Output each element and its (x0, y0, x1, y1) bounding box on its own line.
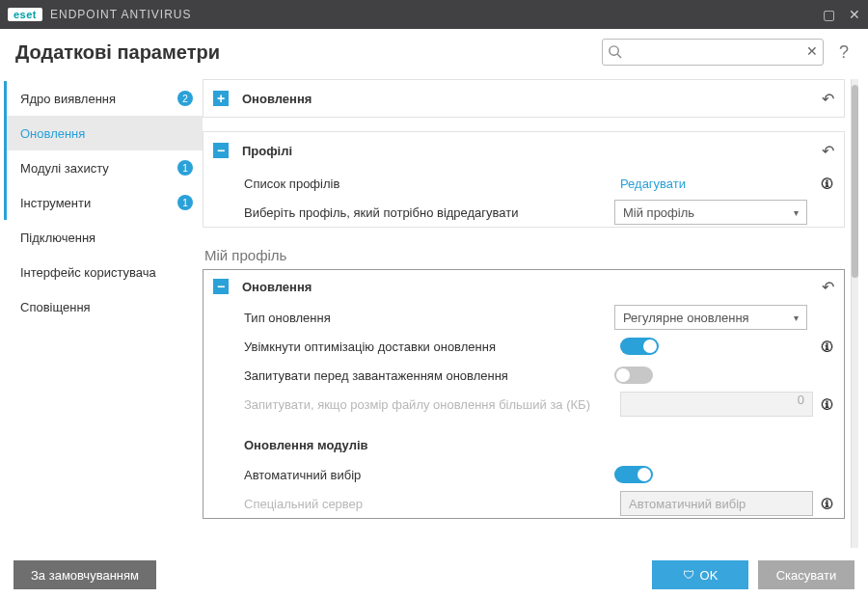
titlebar: eset ENDPOINT ANTIVIRUS ▢ ✕ (0, 0, 868, 29)
sidebar-item-label: Інструменти (20, 196, 172, 210)
undo-icon[interactable]: ↶ (822, 278, 834, 296)
server-select: Автоматичний вибір (620, 491, 813, 516)
scrollbar-thumb[interactable] (852, 85, 858, 278)
page-title: Додаткові параметри (15, 41, 590, 64)
select-value: Мій профіль (623, 205, 694, 220)
row-label: Запитувати, якщо розмір файлу оновлення … (244, 397, 620, 412)
chevron-down-icon: ▾ (794, 313, 799, 323)
sidebar: Ядро виявлення 2 Оновлення Модулі захист… (0, 75, 203, 552)
undo-icon[interactable]: ↶ (822, 142, 834, 160)
row-profile-select: Виберіть профіль, який потрібно відредаг… (203, 198, 844, 227)
auto-select-toggle[interactable] (614, 466, 653, 483)
sidebar-badge: 1 (177, 195, 193, 210)
my-profile-heading: Мій профіль (203, 241, 845, 265)
row-label: Запитувати перед завантаженням оновлення (244, 368, 614, 383)
row-ask-download: Запитувати перед завантаженням оновлення (203, 361, 844, 390)
search-input[interactable] (602, 39, 824, 66)
sidebar-item-tools[interactable]: Інструменти 1 (4, 185, 203, 220)
update-type-select[interactable]: Регулярне оновлення ▾ (614, 305, 807, 330)
undo-icon[interactable]: ↶ (822, 90, 834, 108)
edit-link[interactable]: Редагувати (620, 177, 686, 191)
sidebar-item-ui[interactable]: Інтерфейс користувача (4, 255, 203, 289)
ok-button[interactable]: 🛡 OK (652, 560, 748, 589)
row-label: Спеціальний сервер (244, 497, 620, 511)
panel-title: Оновлення (242, 92, 822, 106)
sidebar-item-detection[interactable]: Ядро виявлення 2 (4, 81, 203, 116)
panel-profiles: − Профілі ↶ Список профілів Редагувати 🛈… (203, 131, 845, 228)
sidebar-badge: 1 (177, 160, 193, 176)
delivery-opt-toggle[interactable] (620, 338, 659, 355)
row-label: Список профілів (244, 177, 620, 191)
panel-update-top: + Оновлення ↶ (203, 79, 845, 118)
row-profile-list: Список профілів Редагувати 🛈 (203, 169, 844, 198)
row-delivery-opt: Увімкнути оптимізацію доставки оновлення… (203, 332, 844, 361)
info-icon[interactable]: 🛈 (813, 397, 834, 412)
select-value: Регулярне оновлення (623, 311, 749, 325)
topbar: Додаткові параметри ✕ ? (0, 29, 868, 75)
footer: За замовчуванням 🛡 OK Скасувати (0, 552, 868, 598)
row-custom-server: Спеціальний сервер Автоматичний вибір 🛈 (203, 489, 844, 518)
sidebar-item-notifications[interactable]: Сповіщення (4, 289, 203, 324)
ask-download-toggle[interactable] (614, 367, 653, 384)
sidebar-item-protection[interactable]: Модулі захисту 1 (4, 150, 203, 185)
row-update-type: Тип оновлення Регулярне оновлення ▾ (203, 303, 844, 332)
chevron-down-icon: ▾ (794, 207, 799, 218)
logo-badge: eset (8, 8, 42, 21)
sidebar-item-label: Ядро виявлення (20, 92, 172, 106)
sidebar-badge: 2 (177, 91, 193, 106)
shield-icon: 🛡 (683, 568, 694, 582)
row-ask-size: Запитувати, якщо розмір файлу оновлення … (203, 390, 844, 419)
row-auto-select: Автоматичний вибір (203, 460, 844, 489)
scrollbar[interactable] (851, 79, 858, 548)
cancel-button[interactable]: Скасувати (758, 560, 854, 589)
sidebar-item-update[interactable]: Оновлення (4, 116, 203, 150)
row-label: Виберіть профіль, який потрібно відредаг… (244, 205, 614, 220)
clear-search-icon[interactable]: ✕ (806, 43, 818, 59)
sidebar-item-label: Підключення (20, 231, 193, 245)
close-icon[interactable]: ✕ (849, 7, 860, 22)
info-icon[interactable]: 🛈 (813, 177, 834, 191)
ok-label: OK (700, 568, 719, 583)
content: + Оновлення ↶ − Профілі ↶ Список профілі… (203, 75, 868, 552)
panel-update: − Оновлення ↶ Тип оновлення Регулярне он… (203, 269, 845, 519)
ask-size-input: 0 (620, 392, 813, 417)
row-label: Тип оновлення (244, 311, 614, 325)
panel-title: Оновлення (242, 280, 822, 294)
modules-heading: Оновлення модулів (203, 419, 844, 460)
sidebar-item-label: Оновлення (20, 126, 193, 141)
defaults-button[interactable]: За замовчуванням (14, 560, 156, 589)
help-icon[interactable]: ? (835, 42, 853, 63)
sidebar-item-label: Інтерфейс користувача (20, 265, 193, 280)
sidebar-item-connection[interactable]: Підключення (4, 220, 203, 255)
maximize-icon[interactable]: ▢ (823, 7, 835, 22)
sidebar-item-label: Сповіщення (20, 300, 193, 314)
search-wrap: ✕ (602, 39, 824, 66)
info-icon[interactable]: 🛈 (813, 340, 834, 354)
profile-select[interactable]: Мій профіль ▾ (614, 200, 807, 225)
info-icon[interactable]: 🛈 (813, 497, 834, 511)
expand-icon[interactable]: + (213, 91, 229, 106)
app-title: ENDPOINT ANTIVIRUS (50, 8, 823, 21)
row-label: Увімкнути оптимізацію доставки оновлення (244, 340, 620, 354)
sidebar-item-label: Модулі захисту (20, 161, 172, 176)
row-label: Автоматичний вибір (244, 468, 614, 482)
select-value: Автоматичний вибір (629, 497, 746, 511)
collapse-icon[interactable]: − (213, 143, 229, 158)
collapse-icon[interactable]: − (213, 279, 229, 294)
panel-title: Профілі (242, 144, 822, 158)
